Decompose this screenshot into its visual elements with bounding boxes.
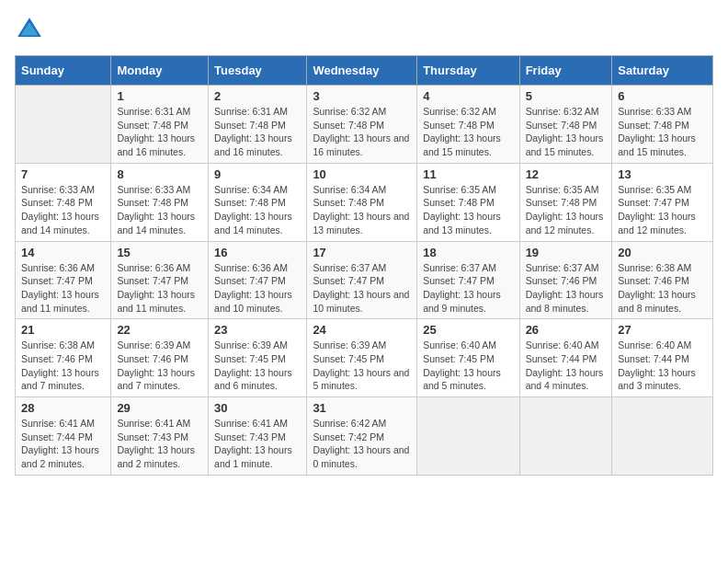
day-number: 15 <box>117 246 202 259</box>
day-number: 28 <box>21 401 105 415</box>
calendar-cell: 20Sunrise: 6:38 AMSunset: 7:46 PMDayligh… <box>612 241 713 319</box>
day-info: Sunrise: 6:40 AMSunset: 7:45 PMDaylight:… <box>423 339 513 393</box>
calendar-cell <box>519 397 612 476</box>
day-info: Sunrise: 6:31 AMSunset: 7:48 PMDaylight:… <box>214 105 301 159</box>
day-number: 16 <box>214 246 301 259</box>
day-number: 10 <box>313 167 411 181</box>
calendar-cell <box>612 397 713 476</box>
calendar-cell: 14Sunrise: 6:36 AMSunset: 7:47 PMDayligh… <box>16 241 111 319</box>
day-info: Sunrise: 6:33 AMSunset: 7:48 PMDaylight:… <box>21 183 105 237</box>
calendar-cell: 23Sunrise: 6:39 AMSunset: 7:45 PMDayligh… <box>209 319 307 397</box>
day-header-thursday: Thursday <box>417 56 519 86</box>
day-number: 18 <box>423 246 513 259</box>
day-info: Sunrise: 6:32 AMSunset: 7:48 PMDaylight:… <box>526 105 607 159</box>
calendar-cell: 1Sunrise: 6:31 AMSunset: 7:48 PMDaylight… <box>111 86 209 164</box>
calendar-cell: 24Sunrise: 6:39 AMSunset: 7:45 PMDayligh… <box>307 319 417 397</box>
day-number: 23 <box>214 323 301 337</box>
day-info: Sunrise: 6:39 AMSunset: 7:46 PMDaylight:… <box>117 339 202 393</box>
day-number: 17 <box>313 246 411 259</box>
day-number: 2 <box>214 89 301 103</box>
day-info: Sunrise: 6:36 AMSunset: 7:47 PMDaylight:… <box>21 261 105 316</box>
calendar-cell: 10Sunrise: 6:34 AMSunset: 7:48 PMDayligh… <box>307 163 417 241</box>
calendar-cell: 29Sunrise: 6:41 AMSunset: 7:43 PMDayligh… <box>111 397 209 476</box>
calendar-table: SundayMondayTuesdayWednesdayThursdayFrid… <box>15 55 713 476</box>
calendar-cell: 2Sunrise: 6:31 AMSunset: 7:48 PMDaylight… <box>209 86 307 164</box>
calendar-cell: 28Sunrise: 6:41 AMSunset: 7:44 PMDayligh… <box>16 397 111 476</box>
day-info: Sunrise: 6:32 AMSunset: 7:48 PMDaylight:… <box>423 105 513 159</box>
page-header <box>15 15 713 44</box>
day-header-friday: Friday <box>519 56 612 86</box>
day-info: Sunrise: 6:31 AMSunset: 7:48 PMDaylight:… <box>117 105 202 159</box>
day-number: 25 <box>423 323 513 337</box>
calendar-cell: 16Sunrise: 6:36 AMSunset: 7:47 PMDayligh… <box>209 241 307 319</box>
day-number: 6 <box>618 89 707 103</box>
calendar-week-row: 14Sunrise: 6:36 AMSunset: 7:47 PMDayligh… <box>16 241 713 319</box>
day-info: Sunrise: 6:35 AMSunset: 7:48 PMDaylight:… <box>526 183 607 237</box>
day-number: 1 <box>117 89 202 103</box>
day-info: Sunrise: 6:42 AMSunset: 7:42 PMDaylight:… <box>313 417 411 471</box>
calendar-cell: 5Sunrise: 6:32 AMSunset: 7:48 PMDaylight… <box>519 86 612 164</box>
day-number: 4 <box>423 89 513 103</box>
day-info: Sunrise: 6:40 AMSunset: 7:44 PMDaylight:… <box>618 339 707 393</box>
calendar-cell: 19Sunrise: 6:37 AMSunset: 7:46 PMDayligh… <box>519 241 612 319</box>
day-info: Sunrise: 6:35 AMSunset: 7:48 PMDaylight:… <box>423 183 513 237</box>
calendar-header-row: SundayMondayTuesdayWednesdayThursdayFrid… <box>16 56 713 86</box>
calendar-cell: 18Sunrise: 6:37 AMSunset: 7:47 PMDayligh… <box>417 241 519 319</box>
day-info: Sunrise: 6:34 AMSunset: 7:48 PMDaylight:… <box>313 183 411 237</box>
day-info: Sunrise: 6:34 AMSunset: 7:48 PMDaylight:… <box>214 183 301 237</box>
day-number: 29 <box>117 401 202 415</box>
day-header-saturday: Saturday <box>612 56 713 86</box>
day-number: 7 <box>21 167 105 181</box>
calendar-cell: 13Sunrise: 6:35 AMSunset: 7:47 PMDayligh… <box>612 163 713 241</box>
calendar-cell: 25Sunrise: 6:40 AMSunset: 7:45 PMDayligh… <box>417 319 519 397</box>
day-info: Sunrise: 6:37 AMSunset: 7:47 PMDaylight:… <box>313 261 411 316</box>
logo <box>15 15 48 44</box>
calendar-cell: 17Sunrise: 6:37 AMSunset: 7:47 PMDayligh… <box>307 241 417 319</box>
day-info: Sunrise: 6:35 AMSunset: 7:47 PMDaylight:… <box>618 183 707 237</box>
calendar-cell: 31Sunrise: 6:42 AMSunset: 7:42 PMDayligh… <box>307 397 417 476</box>
calendar-week-row: 21Sunrise: 6:38 AMSunset: 7:46 PMDayligh… <box>16 319 713 397</box>
day-info: Sunrise: 6:38 AMSunset: 7:46 PMDaylight:… <box>618 261 707 316</box>
day-number: 26 <box>526 323 607 337</box>
day-number: 13 <box>618 167 707 181</box>
day-info: Sunrise: 6:41 AMSunset: 7:43 PMDaylight:… <box>214 417 301 471</box>
day-header-tuesday: Tuesday <box>209 56 307 86</box>
calendar-cell: 3Sunrise: 6:32 AMSunset: 7:48 PMDaylight… <box>307 86 417 164</box>
calendar-cell: 12Sunrise: 6:35 AMSunset: 7:48 PMDayligh… <box>519 163 612 241</box>
calendar-cell: 4Sunrise: 6:32 AMSunset: 7:48 PMDaylight… <box>417 86 519 164</box>
day-header-monday: Monday <box>111 56 209 86</box>
calendar-week-row: 28Sunrise: 6:41 AMSunset: 7:44 PMDayligh… <box>16 397 713 476</box>
day-header-wednesday: Wednesday <box>307 56 417 86</box>
day-info: Sunrise: 6:39 AMSunset: 7:45 PMDaylight:… <box>313 339 411 393</box>
day-number: 24 <box>313 323 411 337</box>
calendar-cell: 26Sunrise: 6:40 AMSunset: 7:44 PMDayligh… <box>519 319 612 397</box>
calendar-cell: 9Sunrise: 6:34 AMSunset: 7:48 PMDaylight… <box>209 163 307 241</box>
day-number: 9 <box>214 167 301 181</box>
day-number: 8 <box>117 167 202 181</box>
day-number: 12 <box>526 167 607 181</box>
day-number: 30 <box>214 401 301 415</box>
calendar-week-row: 7Sunrise: 6:33 AMSunset: 7:48 PMDaylight… <box>16 163 713 241</box>
day-number: 19 <box>526 246 607 259</box>
day-info: Sunrise: 6:39 AMSunset: 7:45 PMDaylight:… <box>214 339 301 393</box>
day-info: Sunrise: 6:37 AMSunset: 7:47 PMDaylight:… <box>423 261 513 316</box>
day-number: 21 <box>21 323 105 337</box>
day-header-sunday: Sunday <box>16 56 111 86</box>
calendar-cell: 7Sunrise: 6:33 AMSunset: 7:48 PMDaylight… <box>16 163 111 241</box>
day-number: 5 <box>526 89 607 103</box>
day-info: Sunrise: 6:38 AMSunset: 7:46 PMDaylight:… <box>21 339 105 393</box>
day-number: 3 <box>313 89 411 103</box>
day-info: Sunrise: 6:40 AMSunset: 7:44 PMDaylight:… <box>526 339 607 393</box>
calendar-cell: 27Sunrise: 6:40 AMSunset: 7:44 PMDayligh… <box>612 319 713 397</box>
calendar-cell: 30Sunrise: 6:41 AMSunset: 7:43 PMDayligh… <box>209 397 307 476</box>
day-number: 22 <box>117 323 202 337</box>
day-number: 20 <box>618 246 707 259</box>
calendar-cell: 8Sunrise: 6:33 AMSunset: 7:48 PMDaylight… <box>111 163 209 241</box>
calendar-cell: 6Sunrise: 6:33 AMSunset: 7:48 PMDaylight… <box>612 86 713 164</box>
day-info: Sunrise: 6:36 AMSunset: 7:47 PMDaylight:… <box>117 261 202 316</box>
day-info: Sunrise: 6:41 AMSunset: 7:43 PMDaylight:… <box>117 417 202 471</box>
calendar-cell: 11Sunrise: 6:35 AMSunset: 7:48 PMDayligh… <box>417 163 519 241</box>
day-number: 27 <box>618 323 707 337</box>
day-info: Sunrise: 6:33 AMSunset: 7:48 PMDaylight:… <box>117 183 202 237</box>
calendar-cell: 15Sunrise: 6:36 AMSunset: 7:47 PMDayligh… <box>111 241 209 319</box>
